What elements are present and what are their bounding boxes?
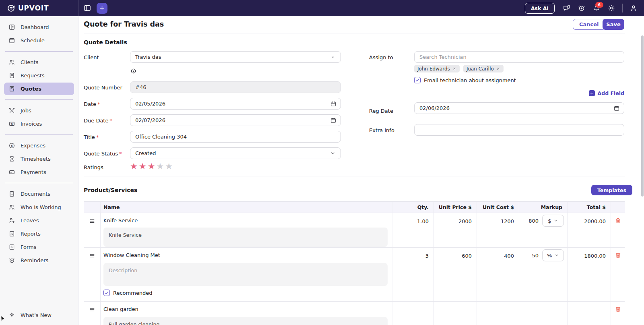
close-icon[interactable] (496, 67, 500, 71)
sidebar-item-quotes[interactable]: ?Quotes (4, 83, 74, 95)
product-description-input[interactable]: Full garden cleaning (103, 317, 388, 325)
sidebar-item-dashboard[interactable]: Dashboard (4, 21, 74, 33)
sidebar-item-label: Forms (21, 244, 37, 250)
unit-cost-cell[interactable]: 400 (477, 248, 519, 301)
sidebar-item-leaves[interactable]: Leaves (4, 214, 74, 227)
due-date-field[interactable]: 02/07/2026 (130, 114, 341, 126)
product-description-input[interactable]: Knife Service (103, 228, 388, 247)
form-icon (8, 244, 15, 250)
sidebar-item-clients[interactable]: Clients (4, 56, 74, 68)
email-technician-checkbox[interactable] (414, 77, 421, 83)
sidebar-item-jobs[interactable]: Jobs (4, 104, 74, 117)
add-field-button[interactable]: Add Field (414, 90, 624, 96)
title-field[interactable] (130, 131, 341, 143)
qty-cell[interactable]: 1.00 (392, 213, 434, 247)
markup-value[interactable]: 50 (532, 253, 539, 259)
product-name-input[interactable]: Clean garden (103, 302, 392, 314)
sidebar-item-reminders[interactable]: Reminders (4, 254, 74, 267)
sidebar-toggle-icon[interactable] (83, 4, 91, 12)
ask-ai-button[interactable]: Ask AI (525, 3, 555, 14)
alarm-icon[interactable] (578, 4, 586, 12)
products-section-title: Product/Services (84, 187, 137, 193)
markup-unit-select[interactable]: % (542, 249, 564, 261)
star-icon[interactable]: ★ (130, 161, 139, 171)
scrollbar-thumb[interactable] (641, 35, 644, 197)
info-icon[interactable] (130, 68, 136, 74)
quote-status-select[interactable]: Created (130, 147, 341, 159)
total-cell (568, 302, 611, 325)
quote-number-field (130, 81, 341, 93)
qty-cell[interactable] (392, 302, 434, 325)
row-handle-cell (84, 213, 101, 247)
date-field[interactable]: 02/05/2026 (130, 98, 341, 110)
calendar-icon[interactable] (613, 105, 620, 112)
sidebar-item-invoices[interactable]: $Invoices (4, 118, 74, 130)
unit-price-cell[interactable] (434, 302, 477, 325)
technician-tag[interactable]: John Edwards (414, 65, 460, 72)
technician-name: John Edwards (417, 66, 450, 72)
user-profile-icon[interactable] (630, 4, 638, 12)
sidebar-item-expenses[interactable]: $Expenses (4, 139, 74, 152)
sidebar-item-schedule[interactable]: Schedule (4, 34, 74, 47)
delete-row-icon[interactable] (615, 306, 621, 313)
plus-icon (99, 5, 105, 11)
drag-handle-icon[interactable] (89, 306, 95, 313)
page-title: Quote for Travis das (84, 20, 164, 28)
unit-cost-cell[interactable] (477, 302, 519, 325)
brand[interactable]: UPVOIT (0, 0, 78, 16)
add-field-label: Add Field (598, 90, 624, 96)
chat-icon[interactable] (563, 4, 571, 12)
sidebar-item-timesheets[interactable]: Timesheets (4, 153, 74, 165)
table-row: Clean garden Full garden cleaning (84, 302, 625, 325)
sidebar-item-documents[interactable]: Documents (4, 188, 74, 200)
unit-price-cell[interactable]: 2000 (434, 213, 477, 247)
drag-handle-icon[interactable] (89, 253, 95, 259)
sidebar-item-who-is-working[interactable]: Who is Working (4, 201, 74, 213)
reg-date-field[interactable]: 02/06/2026 (414, 102, 624, 114)
sidebar-item-label: Requests (21, 72, 45, 79)
star-icon[interactable]: ★ (148, 161, 157, 171)
sidebar-item-reports[interactable]: Reports (4, 228, 74, 240)
calendar-icon[interactable] (330, 117, 336, 124)
client-select[interactable]: Travis das (130, 51, 341, 63)
drag-handle-icon[interactable] (89, 218, 95, 224)
delete-row-icon[interactable] (615, 217, 621, 224)
sidebar-item-requests[interactable]: Requests (4, 69, 74, 82)
ratings-stars[interactable]: ★★★★★ (130, 161, 174, 171)
cancel-button[interactable]: Cancel (573, 19, 605, 30)
sidebar-item-label: Expenses (21, 143, 45, 149)
sidebar-item-forms[interactable]: Forms (4, 241, 74, 253)
close-icon[interactable] (452, 67, 456, 71)
product-description-input[interactable] (103, 263, 388, 286)
search-technician-input[interactable] (414, 51, 624, 63)
settings-gear-icon[interactable] (607, 4, 615, 12)
technician-tag[interactable]: Juan Carillo (463, 65, 504, 72)
qty-cell[interactable]: 3 (392, 248, 434, 301)
row-handle-cell (84, 302, 101, 325)
quote-details-title: Quote Details (84, 39, 127, 46)
product-name-input[interactable]: Window Cleaning Met (103, 248, 392, 260)
templates-button[interactable]: Templates (591, 185, 632, 195)
markup-value[interactable]: 800 (528, 218, 539, 224)
markup-unit-select[interactable]: $ (542, 215, 564, 227)
sidebar-item-whats-new[interactable]: What's New (4, 309, 74, 321)
save-button[interactable]: Save (603, 19, 624, 30)
unit-price-cell[interactable]: 600 (434, 248, 477, 301)
recommended-checkbox[interactable] (103, 290, 110, 296)
product-name-input[interactable]: Knife Service (103, 213, 392, 225)
sidebar-item-payments[interactable]: Payments (4, 166, 74, 178)
quick-add-button[interactable] (97, 3, 107, 14)
extra-info-field[interactable] (414, 124, 624, 136)
star-icon[interactable]: ★ (139, 161, 148, 171)
unit-cost-cell[interactable]: 1200 (477, 213, 519, 247)
tools-icon (8, 107, 15, 114)
check-icon (104, 290, 109, 295)
calendar-icon[interactable] (330, 101, 336, 107)
actions-column-header (611, 202, 625, 213)
star-icon[interactable]: ★ (156, 161, 165, 171)
due-date-value: 02/07/2026 (135, 117, 165, 123)
delete-row-icon[interactable] (615, 252, 621, 259)
card-icon (8, 169, 15, 176)
star-icon[interactable]: ★ (165, 161, 174, 171)
notifications-bell-icon[interactable]: 6 (592, 4, 601, 12)
